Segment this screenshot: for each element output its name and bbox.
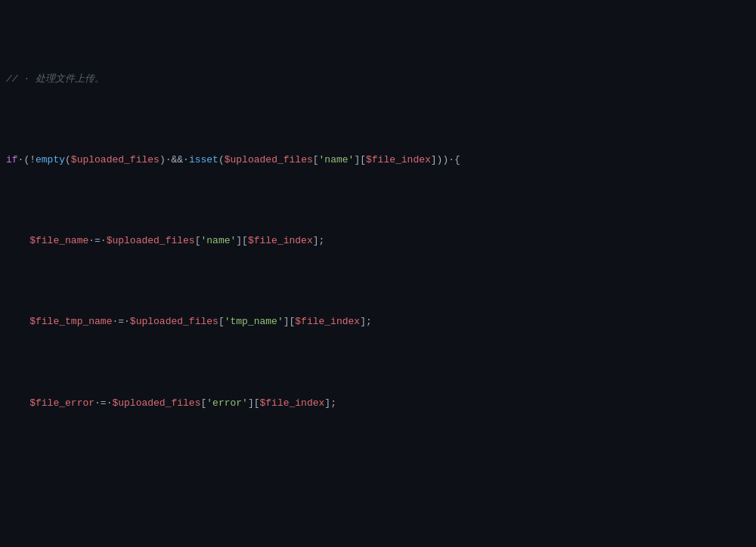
- line-2: if·(!empty($uploaded_files)·&&·isset($up…: [0, 152, 756, 168]
- line-5: $file_error·=·$uploaded_files['error'][$…: [0, 395, 756, 411]
- line-4: $file_tmp_name·=·$uploaded_files['tmp_na…: [0, 314, 756, 329]
- line-3: $file_name·=·$uploaded_files['name'][$fi…: [0, 233, 756, 249]
- code-editor: // · 处理文件上传。 if·(!empty($uploaded_files)…: [0, 0, 756, 547]
- line-6: [0, 476, 756, 492]
- code-content: // · 处理文件上传。 if·(!empty($uploaded_files)…: [0, 0, 756, 547]
- line-1: // · 处理文件上传。: [0, 71, 756, 87]
